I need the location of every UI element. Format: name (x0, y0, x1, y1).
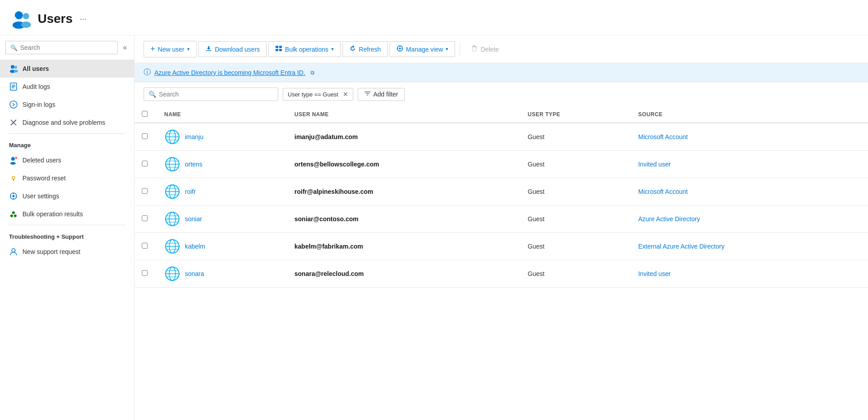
svg-point-22 (13, 195, 15, 197)
user-name-link[interactable]: sonara (185, 270, 204, 277)
svg-rect-43 (472, 46, 477, 47)
new-user-button[interactable]: + New user ▾ (144, 41, 197, 57)
sidebar-item-new-support[interactable]: New support request (0, 243, 134, 261)
user-settings-icon (9, 192, 18, 201)
row-checkbox-cell (135, 260, 157, 288)
user-email: sonara@relecloud.com (294, 270, 364, 277)
row-name-cell: imanju (157, 123, 287, 151)
user-source[interactable]: Invited user (638, 270, 671, 277)
svg-point-0 (15, 11, 23, 19)
sidebar-search-container[interactable]: 🔍 (5, 41, 118, 54)
more-options-icon[interactable]: ··· (80, 14, 87, 24)
info-icon: ⓘ (144, 68, 151, 77)
row-email-cell: soniar@contoso.com (287, 206, 521, 233)
info-banner-link[interactable]: Azure Active Directory is becoming Micro… (154, 69, 305, 76)
audit-logs-icon (9, 82, 18, 91)
bulk-operations-button[interactable]: Bulk operations ▾ (268, 41, 341, 57)
svg-rect-32 (276, 46, 278, 48)
svg-rect-33 (279, 46, 282, 48)
filter-search-container[interactable]: 🔍 (144, 88, 278, 101)
row-name-cell: kabelm (157, 233, 287, 260)
support-divider (9, 225, 125, 225)
sidebar-item-password-reset[interactable]: Password reset (0, 169, 134, 187)
download-users-button[interactable]: Download users (198, 41, 267, 57)
svg-rect-20 (13, 179, 14, 181)
delete-icon (471, 45, 478, 53)
row-email-cell: ortens@bellowscollege.com (287, 151, 521, 178)
sidebar-item-all-users[interactable]: All users (0, 60, 134, 78)
filter-tag-usertype: User type == Guest ✕ (283, 88, 353, 101)
filter-row: 🔍 User type == Guest ✕ Add filter (135, 82, 868, 106)
bulk-results-icon (9, 210, 18, 219)
row-select-checkbox[interactable] (142, 161, 148, 166)
user-source[interactable]: External Azure Active Directory (638, 243, 724, 250)
filter-tag-close-icon[interactable]: ✕ (343, 91, 348, 98)
manage-section-label: Manage (0, 136, 134, 151)
row-select-checkbox[interactable] (142, 133, 148, 139)
refresh-button[interactable]: Refresh (342, 41, 388, 57)
all-users-icon (9, 64, 18, 73)
sidebar-label-new-support: New support request (22, 248, 80, 255)
bulk-operations-label: Bulk operations (285, 46, 329, 53)
sidebar-item-diagnose[interactable]: Diagnose and solve problems (0, 114, 134, 131)
row-name-cell: ortens (157, 151, 287, 178)
row-usertype-cell: Guest (521, 151, 631, 178)
deleted-users-icon (9, 156, 18, 165)
svg-point-29 (12, 211, 15, 214)
svg-point-30 (12, 249, 15, 252)
user-name-link[interactable]: ortens (185, 161, 202, 168)
sidebar-search-row: 🔍 « (0, 41, 134, 60)
user-email: roifr@alpineskihouse.com (294, 188, 373, 195)
sidebar-item-deleted-users[interactable]: Deleted users (0, 151, 134, 169)
globe-icon (164, 238, 180, 254)
row-select-checkbox[interactable] (142, 243, 148, 249)
globe-icon (164, 211, 180, 227)
sidebar: 🔍 « All users Audit logs Sign-in logs (0, 35, 135, 420)
filter-search-input[interactable] (159, 91, 273, 98)
user-source[interactable]: Microsoft Account (638, 133, 688, 140)
sidebar-item-user-settings[interactable]: User settings (0, 187, 134, 205)
row-usertype-cell: Guest (521, 206, 631, 233)
row-checkbox-cell (135, 206, 157, 233)
collapse-button[interactable]: « (121, 42, 129, 53)
svg-rect-42 (473, 45, 476, 46)
delete-button[interactable]: Delete (465, 42, 505, 57)
svg-rect-35 (279, 49, 282, 51)
sidebar-item-signin-logs[interactable]: Sign-in logs (0, 96, 134, 114)
user-email: kabelm@fabrikam.com (294, 243, 363, 250)
content-area: + New user ▾ Download users Bulk operati… (135, 35, 868, 420)
user-name-link[interactable]: kabelm (185, 243, 205, 250)
row-email-cell: sonara@relecloud.com (287, 260, 521, 288)
manage-view-button[interactable]: Manage view ▾ (390, 41, 456, 57)
sidebar-label-user-settings: User settings (22, 192, 59, 200)
manage-view-chevron-icon: ▾ (446, 46, 448, 52)
select-all-checkbox[interactable] (142, 111, 148, 117)
row-select-checkbox[interactable] (142, 188, 148, 194)
user-source[interactable]: Microsoft Account (638, 188, 688, 195)
user-source[interactable]: Invited user (638, 161, 671, 168)
row-checkbox-cell (135, 123, 157, 151)
sidebar-search-input[interactable] (20, 44, 113, 51)
main-layout: 🔍 « All users Audit logs Sign-in logs (0, 35, 868, 420)
new-user-chevron-icon: ▾ (187, 46, 190, 52)
row-select-checkbox[interactable] (142, 270, 148, 276)
info-banner: ⓘ Azure Active Directory is becoming Mic… (135, 63, 868, 82)
sidebar-item-audit-logs[interactable]: Audit logs (0, 78, 134, 96)
user-name-link[interactable]: imanju (185, 133, 203, 140)
globe-icon (164, 156, 180, 172)
add-filter-button[interactable]: Add filter (358, 88, 405, 101)
sidebar-label-signin-logs: Sign-in logs (22, 101, 55, 108)
sidebar-label-diagnose: Diagnose and solve problems (22, 119, 105, 126)
user-name-link[interactable]: roifr (185, 188, 196, 195)
row-select-checkbox[interactable] (142, 215, 148, 221)
table-body: imanju imanju@adatum.comGuestMicrosoft A… (135, 123, 868, 288)
svg-point-12 (10, 101, 17, 108)
user-source[interactable]: Azure Active Directory (638, 215, 700, 223)
row-usertype-cell: Guest (521, 260, 631, 288)
table-row: imanju imanju@adatum.comGuestMicrosoft A… (135, 123, 868, 151)
users-page-icon (11, 8, 32, 30)
sidebar-label-bulk-results: Bulk operation results (22, 210, 83, 218)
user-name-link[interactable]: soniar (185, 215, 202, 223)
sidebar-item-bulk-results[interactable]: Bulk operation results (0, 205, 134, 223)
row-usertype-cell: Guest (521, 233, 631, 260)
